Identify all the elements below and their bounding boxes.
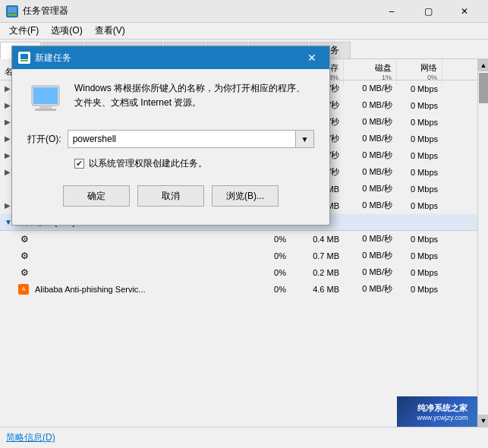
svg-rect-2	[20, 54, 28, 59]
modal-checkbox-row: ✔ 以系统管理权限创建此任务。	[74, 157, 314, 170]
modal-input-field[interactable]	[68, 130, 296, 148]
svg-rect-6	[39, 106, 52, 109]
svg-rect-7	[35, 109, 56, 111]
modal-computer-icon	[27, 81, 64, 118]
modal-description: Windows 将根据你所键入的名称，为你打开相应的程序、 文件夹、文档或 In…	[74, 81, 305, 110]
modal-title-bar: 新建任务 ✕	[12, 46, 329, 69]
svg-rect-3	[20, 60, 28, 62]
modal-button-row: 确定 取消 浏览(B)...	[27, 185, 314, 213]
modal-title-text: 新建任务	[35, 52, 301, 65]
cancel-button[interactable]: 取消	[137, 185, 204, 207]
modal-header-row: Windows 将根据你所键入的名称，为你打开相应的程序、 文件夹、文档或 In…	[27, 81, 314, 118]
modal-overlay: 新建任务 ✕ Windows 将根据你所键入的名称，为你打开相应的程序、	[0, 0, 488, 448]
modal-content: Windows 将根据你所键入的名称，为你打开相应的程序、 文件夹、文档或 In…	[12, 69, 329, 225]
new-task-dialog: 新建任务 ✕ Windows 将根据你所键入的名称，为你打开相应的程序、	[11, 46, 330, 226]
modal-title-icon	[18, 52, 30, 64]
modal-close-button[interactable]: ✕	[301, 46, 323, 69]
modal-input-label: 打开(O):	[27, 133, 61, 146]
browse-button[interactable]: 浏览(B)...	[212, 185, 279, 207]
admin-checkbox[interactable]: ✔	[74, 159, 84, 169]
admin-checkbox-label: 以系统管理权限创建此任务。	[89, 157, 207, 170]
modal-dropdown-button[interactable]: ▼	[296, 130, 314, 148]
svg-rect-5	[33, 87, 58, 104]
ok-button[interactable]: 确定	[63, 185, 130, 207]
modal-input-row: 打开(O): ▼	[27, 130, 314, 148]
